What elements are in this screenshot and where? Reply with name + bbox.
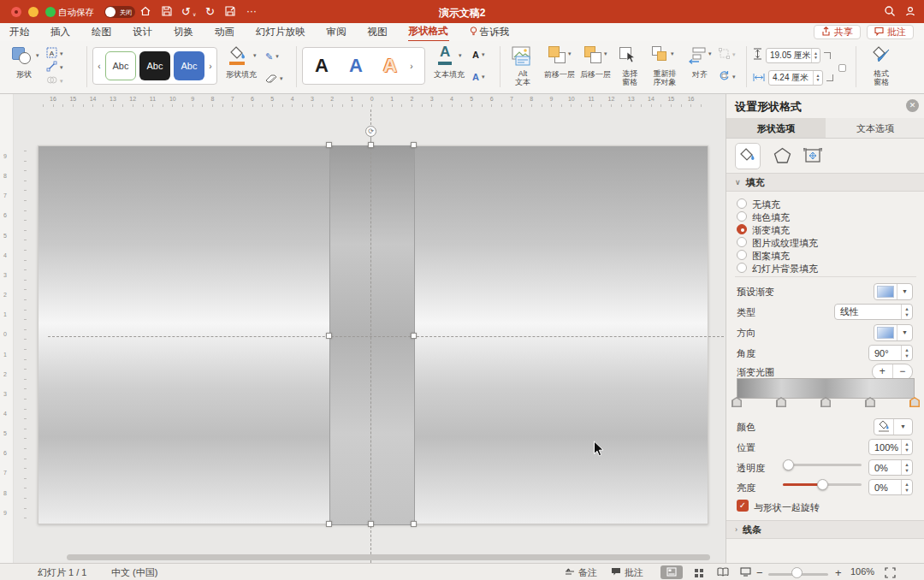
tab-shape-format[interactable]: 形状格式 xyxy=(408,23,449,42)
slideshow-button[interactable] xyxy=(734,565,756,579)
horizontal-scrollbar[interactable] xyxy=(67,554,710,560)
align-button[interactable]: ▾ 对齐 xyxy=(684,45,715,90)
tab-draw[interactable]: 绘图 xyxy=(91,24,112,41)
handle-middle-left[interactable] xyxy=(326,333,332,339)
zoom-slider-knob[interactable] xyxy=(791,567,803,578)
size-properties-tab[interactable] xyxy=(800,145,826,168)
width-stepper[interactable]: ▲▼ xyxy=(813,71,822,85)
shape-style-3[interactable]: Abc xyxy=(174,51,204,80)
brightness-knob[interactable] xyxy=(817,479,828,490)
fit-window-icon[interactable] xyxy=(885,567,896,580)
brightness-field[interactable]: 0% ▲▼ xyxy=(868,479,913,495)
gallery-prev-icon[interactable]: ‹ xyxy=(95,62,104,71)
handle-middle-right[interactable] xyxy=(411,333,417,339)
merge-shapes-button[interactable]: ▾ xyxy=(46,74,63,88)
language-indicator[interactable]: 中文 (中国) xyxy=(111,566,157,579)
shape-style-1[interactable]: Abc xyxy=(105,51,136,80)
wordart-style-3[interactable]: A xyxy=(373,55,407,77)
insert-shape-button[interactable]: ▾ 形状 xyxy=(5,45,43,90)
transparency-slider[interactable] xyxy=(783,457,862,473)
shape-style-2[interactable]: Abc xyxy=(139,51,170,80)
text-outline-button[interactable]: A▾ xyxy=(472,48,484,62)
normal-view-button[interactable] xyxy=(660,565,683,579)
reorder-objects-button[interactable]: ▾ 重新排 序对象 xyxy=(647,45,683,90)
handle-bottom-center[interactable] xyxy=(368,521,374,527)
lock-aspect-checkbox[interactable] xyxy=(838,64,846,72)
tab-review[interactable]: 审阅 xyxy=(326,24,347,41)
account-icon[interactable] xyxy=(904,5,916,21)
color-dropdown[interactable]: ▼ xyxy=(874,418,913,435)
radio-no-fill[interactable] xyxy=(737,198,747,209)
radio-solid-fill[interactable] xyxy=(737,211,747,222)
tab-insert[interactable]: 插入 xyxy=(50,24,71,41)
shape-width-field[interactable]: 4.24 厘米 ▲▼ xyxy=(768,70,823,86)
preset-gradient-dropdown[interactable]: ▼ xyxy=(874,283,913,300)
tab-tell-me[interactable]: 告诉我 xyxy=(469,24,511,41)
text-box-button[interactable]: A▾ xyxy=(46,47,63,61)
search-icon[interactable] xyxy=(884,5,896,21)
group-button[interactable]: ▾ xyxy=(719,48,736,62)
fill-line-tab[interactable] xyxy=(735,143,761,169)
shape-fill-button[interactable]: ▾ 形状填充 xyxy=(221,45,262,90)
handle-bottom-right[interactable] xyxy=(411,521,417,527)
rotation-handle[interactable]: ⟳ xyxy=(365,126,376,137)
handle-top-right[interactable] xyxy=(411,142,417,148)
wordart-next-icon[interactable]: › xyxy=(407,62,416,71)
transparency-field[interactable]: 0% ▲▼ xyxy=(868,459,913,476)
shape-height-field[interactable]: 19.05 厘米 ▲▼ xyxy=(766,48,820,63)
zoom-out-button[interactable]: − xyxy=(756,566,763,579)
radio-picture-fill[interactable] xyxy=(737,237,747,247)
tab-text-options[interactable]: 文本选项 xyxy=(826,118,924,138)
format-pane-button[interactable]: 格式 窗格 xyxy=(862,45,900,90)
reading-view-button[interactable] xyxy=(712,565,734,579)
rotate-with-shape-checkbox[interactable]: ✓ xyxy=(737,500,749,512)
gallery-next-icon[interactable]: › xyxy=(206,62,215,71)
effects-tab[interactable] xyxy=(769,145,795,168)
tab-slideshow[interactable]: 幻灯片放映 xyxy=(255,24,306,41)
tab-animations[interactable]: 动画 xyxy=(214,24,235,41)
wordart-style-2[interactable]: A xyxy=(339,55,373,77)
wordart-style-1[interactable]: A xyxy=(305,55,339,77)
handle-top-center[interactable] xyxy=(368,142,374,148)
text-effects-button[interactable]: A▾ xyxy=(472,70,484,84)
line-section-header[interactable]: › 线条 xyxy=(726,520,924,539)
add-stop-button[interactable]: + xyxy=(873,364,893,379)
alt-text-button[interactable]: Alt 文本 xyxy=(505,45,541,90)
fill-section-header[interactable]: ∨ 填充 xyxy=(726,173,924,192)
shape-effects-button[interactable]: ▾ xyxy=(265,72,283,86)
angle-field[interactable]: 90° ▲▼ xyxy=(868,345,913,361)
tab-home[interactable]: 开始 xyxy=(9,24,30,41)
remove-stop-button[interactable]: − xyxy=(893,364,913,379)
bring-forward-button[interactable]: ▾ 前移一层 xyxy=(542,45,577,90)
send-backward-button[interactable]: ▾ 后移一层 xyxy=(578,45,613,90)
direction-dropdown[interactable]: ▼ xyxy=(874,324,913,341)
comments-button[interactable]: 批注 xyxy=(867,25,914,39)
edit-shape-button[interactable]: ▾ xyxy=(46,61,63,74)
slide-thumbnail-strip[interactable] xyxy=(0,94,14,563)
text-fill-button[interactable]: A ▾ 文本填充 xyxy=(429,45,469,90)
slide-canvas[interactable]: 1615141312111098765432101234567891011121… xyxy=(0,94,726,563)
height-stepper[interactable]: ▲▼ xyxy=(811,49,820,62)
radio-background-fill[interactable] xyxy=(737,263,747,273)
share-button[interactable]: 共享 xyxy=(814,25,861,39)
radio-pattern-fill[interactable] xyxy=(737,250,747,260)
comments-toggle-button[interactable]: 批注 xyxy=(611,566,643,579)
position-field[interactable]: 100% ▲▼ xyxy=(868,439,913,455)
tab-view[interactable]: 视图 xyxy=(367,24,388,41)
notes-button[interactable]: 备注 xyxy=(565,566,597,579)
handle-bottom-left[interactable] xyxy=(326,521,332,527)
slide[interactable] xyxy=(38,145,708,524)
tab-shape-options[interactable]: 形状选项 xyxy=(726,118,826,138)
handle-top-left[interactable] xyxy=(326,142,332,148)
gradient-bar[interactable] xyxy=(737,378,915,399)
selection-pane-button[interactable]: 选择 窗格 xyxy=(614,45,645,90)
zoom-in-button[interactable]: + xyxy=(835,566,842,579)
shape-outline-button[interactable]: ✎▾ xyxy=(265,50,283,63)
slide-sorter-button[interactable] xyxy=(688,565,710,579)
rotate-button[interactable]: ▾ xyxy=(719,70,736,84)
transparency-knob[interactable] xyxy=(783,459,794,471)
selected-shape[interactable] xyxy=(329,145,415,525)
zoom-level[interactable]: 106% xyxy=(850,566,874,577)
close-icon[interactable]: ✕ xyxy=(906,99,919,112)
tab-design[interactable]: 设计 xyxy=(132,24,153,41)
